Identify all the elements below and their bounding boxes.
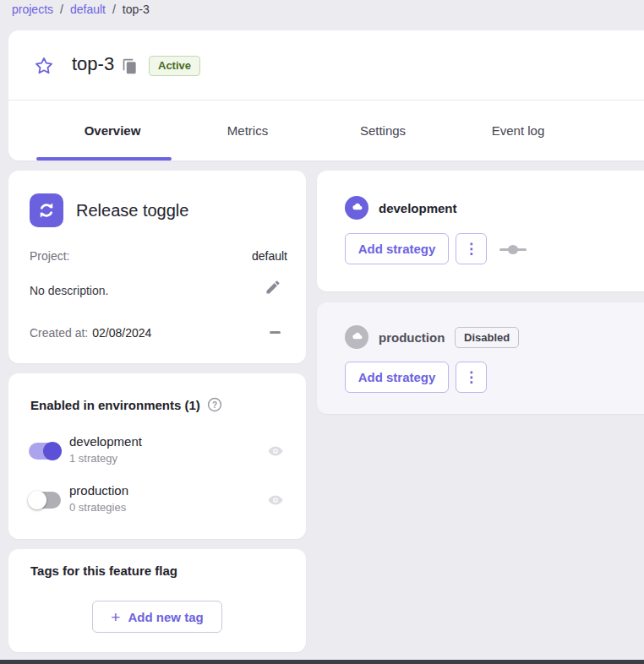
toggle-thumb xyxy=(43,442,62,460)
project-label: Project: xyxy=(30,249,69,263)
tab-event-log[interactable]: Event log xyxy=(450,101,586,161)
breadcrumb: projects / default / top-3 xyxy=(12,3,150,16)
bottom-bar xyxy=(0,660,644,664)
active-tab-indicator xyxy=(36,157,172,161)
feature-header: top-3 Active xyxy=(8,30,644,100)
production-environment-card: production Disabled Add strategy ⋮ xyxy=(317,302,644,414)
environment-row-production: production 0 strategies xyxy=(8,480,306,520)
environment-strategy-count: 1 strategy xyxy=(69,452,117,465)
created-at-value: 02/08/2024 xyxy=(92,326,151,340)
add-strategy-button[interactable]: Add strategy xyxy=(345,362,449,393)
environment-strategy-count: 0 strategies xyxy=(69,501,126,514)
plus-icon: + xyxy=(111,609,120,625)
created-at-row: Created at:02/08/2024 xyxy=(30,325,151,340)
collapse-dash-icon xyxy=(270,331,281,334)
add-new-tag-label: Add new tag xyxy=(128,610,203,624)
environment-card-name: production xyxy=(379,330,445,345)
cloud-icon xyxy=(345,196,368,220)
breadcrumb-separator: / xyxy=(60,3,63,16)
copy-icon[interactable] xyxy=(122,58,139,75)
edit-pencil-icon[interactable] xyxy=(265,279,281,296)
flag-type-label: Release toggle xyxy=(76,201,188,220)
feature-flag-overview-page: projects / default / top-3 top-3 Active … xyxy=(0,0,644,664)
development-toggle[interactable] xyxy=(29,443,61,460)
environment-name: production xyxy=(69,483,128,498)
more-options-icon[interactable]: ⋮ xyxy=(456,233,487,264)
eye-icon[interactable] xyxy=(267,492,284,509)
release-toggle-icon xyxy=(30,193,63,227)
flag-info-card: Release toggle Project: default No descr… xyxy=(8,171,306,363)
help-icon[interactable]: ? xyxy=(207,397,222,412)
environment-row-development: development 1 strategy xyxy=(8,431,306,471)
strategy-connector-icon xyxy=(499,248,527,251)
production-toggle[interactable] xyxy=(29,492,61,509)
cloud-icon xyxy=(345,325,368,349)
tab-bar: Overview Metrics Settings Event log xyxy=(8,100,644,161)
environment-name: development xyxy=(69,434,142,449)
tab-overview[interactable]: Overview xyxy=(45,101,180,161)
tags-card: Tags for this feature flag + Add new tag xyxy=(8,549,306,652)
tab-settings[interactable]: Settings xyxy=(315,101,450,161)
breadcrumb-link-projects[interactable]: projects xyxy=(12,3,53,16)
created-at-label: Created at: xyxy=(30,326,88,340)
favorite-star-icon[interactable] xyxy=(34,56,54,76)
tab-metrics[interactable]: Metrics xyxy=(180,101,315,161)
add-new-tag-button[interactable]: + Add new tag xyxy=(92,601,222,633)
enabled-environments-card: Enabled in environments (1) ? developmen… xyxy=(8,373,306,539)
feature-header-card: top-3 Active Overview Metrics Settings E… xyxy=(8,30,644,161)
tags-title: Tags for this feature flag xyxy=(30,563,177,578)
enabled-environments-title: Enabled in environments (1) xyxy=(30,398,200,412)
breadcrumb-link-default[interactable]: default xyxy=(70,3,106,16)
disabled-badge: Disabled xyxy=(455,327,519,348)
project-value: default xyxy=(252,249,287,263)
status-badge: Active xyxy=(149,56,200,76)
toggle-thumb xyxy=(28,491,46,509)
svg-text:?: ? xyxy=(212,400,217,410)
breadcrumb-separator: / xyxy=(112,3,116,16)
page-title: top-3 xyxy=(72,53,114,75)
flag-description: No description. xyxy=(30,284,108,297)
environment-card-name: development xyxy=(379,201,457,215)
more-options-icon[interactable]: ⋮ xyxy=(456,362,487,393)
eye-icon[interactable] xyxy=(267,443,284,460)
development-environment-card: development Add strategy ⋮ xyxy=(317,171,644,291)
add-strategy-button[interactable]: Add strategy xyxy=(345,233,449,264)
breadcrumb-current: top-3 xyxy=(123,3,150,16)
